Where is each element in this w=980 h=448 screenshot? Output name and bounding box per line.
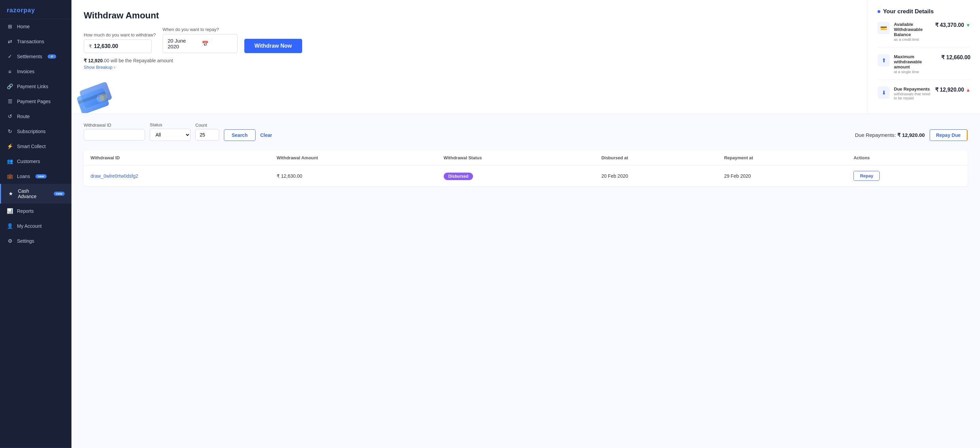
sidebar-item-loans[interactable]: 💼Loansnew [0,169,72,184]
status-label: Status [150,122,191,127]
withdrawals-table: Withdrawal ID Withdrawal Amount Withdraw… [84,150,968,186]
main-content: ₹ Withdraw Amount How much do you want t… [72,0,980,448]
cash-advance-icon: ★ [8,191,14,197]
search-button[interactable]: Search [224,129,256,141]
settlements-icon: ✓ [7,53,13,60]
credit-row-1: ⬆Maximum withdrawable amountat a single … [878,54,970,80]
credit-row-info-2: Due Repaymentswithdrawals that need to b… [894,86,931,100]
sidebar-item-invoices[interactable]: ≡Invoices [0,64,72,79]
amount-input[interactable] [94,43,147,49]
credit-row-0: 💳Available Withdrawable Balanceas a cred… [878,22,970,47]
sidebar-item-label-loans: Loans [17,174,30,179]
sidebar-item-transactions[interactable]: ⇄Transactions [0,34,72,49]
credit-rows: 💳Available Withdrawable Balanceas a cred… [878,22,970,105]
table-row: draw_0wlre0rtw0dsfg2₹ 12,630.00Disbursed… [84,166,968,187]
sidebar-item-customers[interactable]: 👥Customers [0,154,72,169]
credit-panel: Your credit Details 💳Available Withdrawa… [868,0,980,114]
date-input-wrap[interactable]: 20 June 2020 📅 [163,34,237,53]
home-icon: ⊞ [7,24,13,30]
sidebar-item-cash-advance[interactable]: ★Cash Advancenew [0,184,72,204]
col-withdrawal-id: Withdrawal ID [84,150,270,166]
repay-button[interactable]: Repay [853,171,880,181]
sidebar-item-label-home: Home [17,24,30,29]
sidebar-item-smart-collect[interactable]: ⚡Smart Collect [0,139,72,154]
withdrawal-id-input[interactable] [84,129,145,140]
sidebar-items: ⊞Home⇄Transactions✓Settlements⚡≡Invoices… [0,19,72,249]
col-repayment-at: Repayment at [717,150,847,166]
withdraw-panel: ₹ Withdraw Amount How much do you want t… [72,0,868,114]
credit-row-sub-2: withdrawals that need to be repaid [894,92,931,100]
sidebar-item-subscriptions[interactable]: ↻Subscriptions [0,124,72,139]
sidebar-item-label-route: Route [17,114,30,119]
sidebar-item-label-payment-pages: Payment Pages [17,99,51,104]
amount-input-wrap[interactable]: ₹ [84,40,152,53]
table-header: Withdrawal ID Withdrawal Amount Withdraw… [84,150,968,166]
credit-row-label-2: Due Repayments [894,86,931,92]
count-label: Count [195,123,219,128]
sidebar-item-label-reports: Reports [17,208,34,214]
arrow-up-icon-2: ▲ [966,87,970,92]
invoices-icon: ≡ [7,69,13,75]
withdraw-now-button[interactable]: Withdraw Now [244,39,302,53]
rupee-symbol: ₹ [89,43,92,49]
clear-button[interactable]: Clear [260,132,272,138]
sidebar-item-home[interactable]: ⊞Home [0,19,72,34]
sidebar-item-settlements[interactable]: ✓Settlements⚡ [0,49,72,64]
withdrawal-status-cell: Disbursed [437,166,595,187]
sidebar-item-route[interactable]: ↺Route [0,109,72,124]
show-breakup-link[interactable]: Show Breakup › [84,65,115,70]
status-select[interactable]: All Disbursed Settled Pending [150,129,191,141]
count-filter: Count [195,123,219,140]
withdrawal-id-filter: Withdrawal ID [84,123,145,140]
sidebar-item-settings[interactable]: ⚙Settings [0,234,72,249]
credit-row-icon-1: ⬆ [878,54,890,66]
sidebar-item-my-account[interactable]: 👤My Account [0,218,72,234]
withdrawal-id-label: Withdrawal ID [84,123,145,128]
credit-row-icon-2: ⬇ [878,86,890,99]
sidebar-item-label-subscriptions: Subscriptions [17,129,46,134]
col-disbursed-at: Disbursed at [595,150,717,166]
calendar-icon[interactable]: 📅 [202,40,232,47]
credit-row-info-1: Maximum withdrawable amountat a single t… [894,54,937,74]
sidebar-item-payment-links[interactable]: 🔗Payment Links [0,79,72,94]
svg-text:razorpay: razorpay [7,7,35,14]
my-account-icon: 👤 [7,223,13,229]
sidebar-item-label-settings: Settings [17,238,34,244]
table-body: draw_0wlre0rtw0dsfg2₹ 12,630.00Disbursed… [84,166,968,187]
date-label: When do you want to repay? [163,27,237,32]
settlements-badge: ⚡ [48,54,56,59]
count-input[interactable] [195,129,219,140]
withdrawal-id-cell[interactable]: draw_0wlre0rtw0dsfg2 [84,166,270,187]
credit-title: Your credit Details [878,8,970,15]
sidebar: razorpay ⊞Home⇄Transactions✓Settlements⚡… [0,0,72,448]
withdraw-form-row: How much do you want to withdraw? ₹ When… [84,27,856,53]
status-filter: Status All Disbursed Settled Pending [150,122,191,141]
sidebar-item-label-cash-advance: Cash Advance [18,188,48,199]
repay-info: ₹ 12,920.00 will be the Repayable amount… [84,58,856,70]
arrow-down-icon-0: ▼ [966,22,970,28]
bottom-section: Withdrawal ID Status All Disbursed Settl… [72,114,980,448]
smart-collect-icon: ⚡ [7,143,13,150]
repay-due-button[interactable]: Repay Due [930,129,968,141]
sidebar-logo: razorpay [0,0,72,19]
sidebar-item-reports[interactable]: 📊Reports [0,204,72,218]
sidebar-item-label-my-account: My Account [17,223,41,229]
repay-amount-text: ₹ 12,920.00 will be the Repayable amount [84,58,856,63]
credit-row-sub-1: at a single time [894,70,937,74]
withdrawal-amount-cell: ₹ 12,630.00 [270,166,437,187]
card-art-decoration: ₹ [75,75,126,114]
credit-row-info-0: Available Withdrawable Balanceas a credi… [894,22,931,41]
withdrawals-table-wrap: Withdrawal ID Withdrawal Amount Withdraw… [84,150,968,186]
route-icon: ↺ [7,113,13,120]
col-withdrawal-status: Withdrawal Status [437,150,595,166]
sidebar-item-payment-pages[interactable]: ☰Payment Pages [0,94,72,109]
credit-row-label-1: Maximum withdrawable amount [894,54,937,69]
loans-badge: new [35,174,46,179]
col-withdrawal-amount: Withdrawal Amount [270,150,437,166]
cash-advance-badge: new [54,192,65,196]
credit-row-label-0: Available Withdrawable Balance [894,22,931,37]
amount-label: How much do you want to withdraw? [84,32,156,37]
sidebar-item-label-payment-links: Payment Links [17,84,48,89]
reports-icon: 📊 [7,208,13,214]
credit-row-sub-0: as a credit limit [894,37,931,41]
